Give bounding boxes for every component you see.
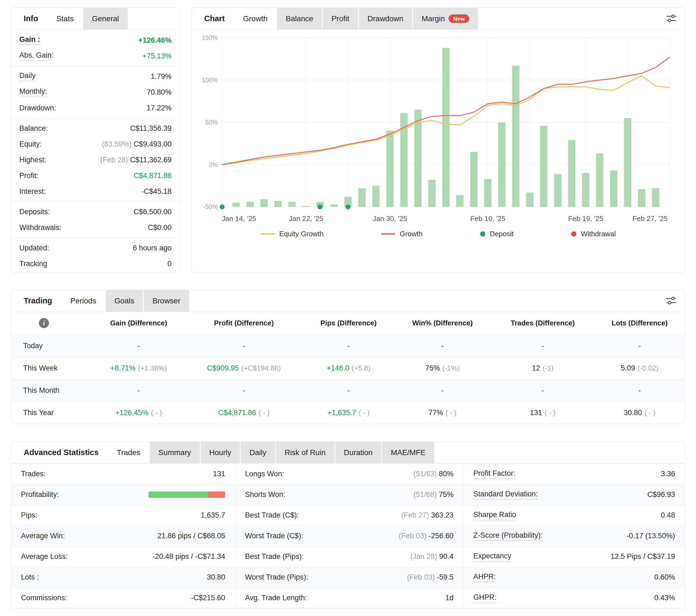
cell-diff: (-0.02) <box>637 364 659 372</box>
cell-main: - <box>137 342 140 350</box>
cell-main: 77% <box>428 409 443 417</box>
tab-goals[interactable]: Goals <box>106 290 143 312</box>
tab-info[interactable]: Info <box>15 8 47 29</box>
tab-risk-of-ruin[interactable]: Risk of Ruin <box>276 442 334 463</box>
cell-main: - <box>137 386 140 394</box>
page: InfoStatsGeneral Gain :+126.46%Abs. Gain… <box>0 0 696 609</box>
adv-stat-main: 1,635.7 <box>201 511 225 519</box>
adv-stat-prefix: (Feb 03) <box>407 573 437 581</box>
adv-stat-value: 30.80 <box>207 573 225 582</box>
legend-equity-growth[interactable]: Equity Growth <box>261 230 323 238</box>
stat-label: Equity: <box>19 140 42 148</box>
adv-stat-z-score-probability: Z-Score (Probability):-0.17 (13.50%) <box>463 525 685 546</box>
growth-chart: 150%100%50%0%-50%Jan 14, '25Jan 22, '25J… <box>194 31 679 228</box>
adv-stat-value: 0.60% <box>654 573 675 582</box>
tab-margin[interactable]: MarginNew <box>413 8 478 29</box>
tab-general[interactable]: General <box>83 8 128 29</box>
stat-value-main: 70.80% <box>146 88 172 96</box>
tab-label: Balance <box>286 14 313 23</box>
profitability-bar <box>148 491 225 498</box>
tab-trading[interactable]: Trading <box>15 290 61 312</box>
tab-trades[interactable]: Trades <box>108 442 149 463</box>
stat-value: 0 <box>168 259 172 268</box>
adv-stat-value: 0.43% <box>654 594 675 602</box>
tab-summary[interactable]: Summary <box>150 442 200 463</box>
stat-label: Withdrawals: <box>19 223 61 232</box>
svg-text:Jan 22, '25: Jan 22, '25 <box>289 215 323 223</box>
tab-label: Daily <box>249 448 266 457</box>
adv-stat-value: 21.86 pips / C$68.05 <box>157 532 225 540</box>
stat-value-main: C$6,500.00 <box>133 208 172 216</box>
info-icon[interactable]: i <box>39 318 49 328</box>
cell-diff: (+C$194.88) <box>241 364 281 372</box>
adv-stat-main: 0.60% <box>654 573 675 581</box>
adv-stat-main: 12.5 Pips / C$37.19 <box>611 552 675 560</box>
filter-settings-icon[interactable] <box>665 295 678 307</box>
tab-label: Info <box>23 14 38 23</box>
tab-label: Trading <box>23 296 52 305</box>
legend-label: Equity Growth <box>279 230 323 238</box>
adv-stat-prefix: (51/63) <box>413 470 439 478</box>
adv-stat-main: 0.43% <box>654 594 675 602</box>
stat-value: +126.46% <box>138 36 172 45</box>
adv-stat-sharpe-ratio: Sharpe Ratio0.48 <box>463 505 685 525</box>
col-header-profit-difference: Profit (Difference) <box>185 312 303 335</box>
cell-main: - <box>541 386 544 394</box>
period-cell: - <box>93 335 185 357</box>
stat-label: Monthly: <box>19 87 47 97</box>
stat-row-gain: Gain :+126.46% <box>11 32 180 48</box>
adv-stat-value: (51/63) 80% <box>413 470 454 478</box>
adv-stat-label: Best Trade (Pips): <box>245 552 304 561</box>
info-stats-list: Gain :+126.46%Abs. Gain:+75.13%Daily1.79… <box>11 30 180 272</box>
tab-drawdown[interactable]: Drawdown <box>359 8 412 29</box>
tab-balance[interactable]: Balance <box>277 8 322 29</box>
adv-stat-value: (Feb 03) -59.5 <box>407 573 454 582</box>
profitability-loss-segment <box>208 491 225 498</box>
stat-value: C$0.00 <box>148 223 172 232</box>
adv-stat-trades: Trades:131 <box>11 463 235 484</box>
adv-stat-main: C$96.93 <box>647 490 675 499</box>
adv-stat-main: -0.17 (13.50%) <box>627 532 675 540</box>
stat-value: 1.79% <box>151 72 172 81</box>
cell-diff: ( - ) <box>359 409 369 417</box>
tab-periods[interactable]: Periods <box>62 290 105 312</box>
tab-advanced-statistics[interactable]: Advanced Statistics <box>15 442 107 463</box>
tab-daily[interactable]: Daily <box>241 442 275 463</box>
stat-value-main: +126.46% <box>138 36 172 44</box>
tab-label: Growth <box>243 14 268 23</box>
adv-stat-value: -20.48 pips / -C$71.34 <box>153 552 225 561</box>
stat-value: +75.13% <box>142 52 172 60</box>
info-stats-panel: InfoStatsGeneral Gain :+126.46%Abs. Gain… <box>11 7 180 272</box>
legend-deposit[interactable]: Deposit <box>480 230 513 238</box>
tab-profit[interactable]: Profit <box>323 8 358 29</box>
adv-stat-value: (Feb 03) -256.60 <box>399 532 454 540</box>
tab-chart[interactable]: Chart <box>195 8 234 29</box>
tab-hourly[interactable]: Hourly <box>201 442 240 463</box>
adv-stat-label: Shorts Won: <box>245 490 285 499</box>
stat-row-daily: Daily1.79% <box>11 68 180 84</box>
col-header-gain-difference: Gain (Difference) <box>93 312 185 335</box>
tab-browser[interactable]: Browser <box>144 290 189 312</box>
legend-growth[interactable]: Growth <box>381 230 423 238</box>
tab-mae-mfe[interactable]: MAE/MFE <box>382 442 434 463</box>
adv-stat-ghpr: GHPR:0.43% <box>463 587 685 608</box>
tab-label: MAE/MFE <box>391 448 426 457</box>
tab-duration[interactable]: Duration <box>335 442 381 463</box>
cell-diff: (-1%) <box>442 364 460 372</box>
adv-stat-label: Worst Trade (C$): <box>245 532 303 540</box>
stat-label: Balance: <box>19 124 48 133</box>
growth-chart-panel: ChartGrowthBalanceProfitDrawdownMarginNe… <box>191 7 685 272</box>
advanced-statistics-panel: Advanced StatisticsTradesSummaryHourlyDa… <box>11 441 685 609</box>
stat-row-drawdown: Drawdown:17.22% <box>11 100 180 116</box>
adv-stat-main: -59.5 <box>437 573 454 581</box>
legend-withdrawal[interactable]: Withdrawal <box>571 230 616 238</box>
cell-main: C$4,871.86 <box>218 409 256 417</box>
tab-stats[interactable]: Stats <box>48 8 82 29</box>
filter-settings-icon[interactable] <box>665 12 678 25</box>
cell-main: - <box>441 386 444 394</box>
divider <box>11 238 180 238</box>
adv-stat-label: GHPR: <box>473 593 497 603</box>
adv-stat-average-win: Average Win:21.86 pips / C$68.05 <box>11 525 235 546</box>
stat-value-main: -C$45.18 <box>141 187 172 195</box>
tab-growth[interactable]: Growth <box>234 8 276 29</box>
